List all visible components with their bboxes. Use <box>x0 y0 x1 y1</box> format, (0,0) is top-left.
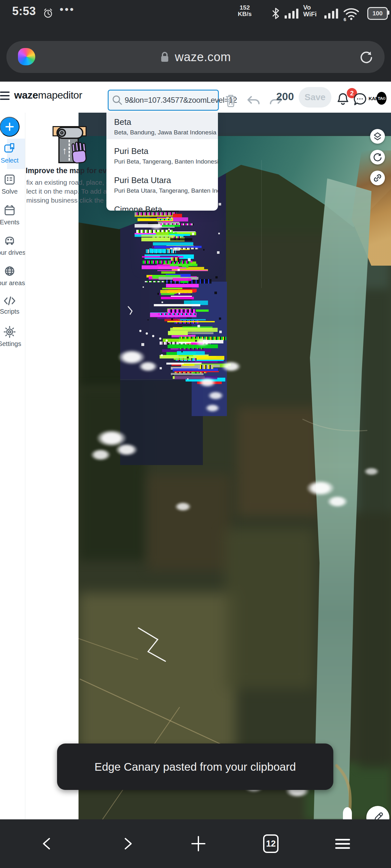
link-icon <box>373 173 382 183</box>
layers-button[interactable] <box>370 129 385 144</box>
save-button[interactable]: Save <box>299 87 331 107</box>
user-avatar[interactable]: KAF TA© <box>368 91 387 105</box>
address-pill[interactable]: waze.com <box>6 41 385 73</box>
wifi-band-number: 6 <box>343 17 346 22</box>
map-traces-overlay <box>79 113 391 819</box>
left-panel-content: ↑ Improve the map for everyone fix an ex… <box>25 113 106 218</box>
globe-icon <box>3 265 16 277</box>
status-bar: 5:53 ••• 152 KB/s Vo WiFi 6 <box>0 0 391 26</box>
pencil-icon <box>371 811 384 819</box>
sidebar: Select Solve Events <box>0 113 25 819</box>
panel-title: Improve the map for everyone <box>26 166 106 175</box>
signal-bars-2 <box>323 7 340 20</box>
hand-illustration <box>69 141 88 164</box>
sidebar-item-your-drives[interactable]: Your drives <box>0 235 25 256</box>
alarm-clock-icon <box>42 8 54 19</box>
wme-header: wazemapeditor 9&lon=107.34577&zoomLevel=… <box>0 82 391 113</box>
add-button[interactable] <box>0 117 20 137</box>
sidebar-item-settings[interactable]: Settings <box>0 326 25 348</box>
page-refresh-icon[interactable] <box>358 49 374 65</box>
search-results-dropdown: Beta Beta, Bandung, Jawa Barat Indonesia… <box>106 113 218 211</box>
sidebar-item-your-areas[interactable]: Your areas <box>0 265 25 287</box>
lock-icon <box>160 51 170 63</box>
car-icon <box>3 235 16 247</box>
sidebar-item-events[interactable]: Events <box>0 204 25 226</box>
browser-bottom-nav: 12 <box>0 819 391 868</box>
panel-body-line: lect it on the map. To add a new <box>26 188 106 195</box>
wme-logo[interactable]: wazemapeditor <box>14 89 82 101</box>
calendar-icon <box>3 204 16 216</box>
forward-arrow-icon <box>116 836 134 851</box>
status-more-dots: ••• <box>60 3 75 16</box>
map-canvas[interactable] <box>79 113 391 819</box>
search-value: 9&lon=107.34577&zoomLevel=12 <box>125 96 237 105</box>
menu-hamburger-icon[interactable] <box>0 89 9 102</box>
forward-button[interactable] <box>116 836 134 851</box>
new-tab-button[interactable] <box>190 835 207 852</box>
back-arrow-icon <box>41 836 59 851</box>
search-result-item[interactable]: Cimone Beta Cimone Beta, Tangerang, Bant… <box>106 197 218 211</box>
toast-message: Edge Canary pasted from your clipboard <box>93 760 298 774</box>
panel-body-line: fix an existing road, place, or ha <box>26 179 106 186</box>
panel-body-line: missing business click the + bu <box>26 196 106 204</box>
battery-nub <box>388 10 389 15</box>
left-panel <box>25 113 79 819</box>
editor-points: 200 <box>276 91 294 103</box>
permalink-button[interactable] <box>370 170 385 185</box>
phone-screen: 5:53 ••• 152 KB/s Vo WiFi 6 <box>0 0 391 868</box>
bluetooth-icon <box>271 7 280 20</box>
clipboard-toast: Edge Canary pasted from your clipboard <box>57 744 333 790</box>
layers-icon <box>373 131 382 141</box>
sidebar-item-select[interactable]: Select <box>0 143 25 164</box>
plus-icon <box>190 835 207 852</box>
browser-menu-button[interactable] <box>335 836 350 851</box>
back-button[interactable] <box>41 836 59 851</box>
search-result-item[interactable]: Puri Beta Utara Puri Beta Utara, Tangera… <box>106 168 218 197</box>
battery-indicator: 100 <box>367 7 388 20</box>
refresh-map-button[interactable] <box>370 150 385 164</box>
solve-icon <box>3 174 16 186</box>
search-icon <box>112 95 123 105</box>
status-time: 5:53 <box>12 4 36 18</box>
code-icon <box>3 296 16 306</box>
vowifi-indicator: Vo WiFi <box>303 4 317 18</box>
search-result-item[interactable]: Puri Beta Puri Beta, Tangerang, Banten I… <box>106 139 218 168</box>
gear-icon <box>3 326 16 338</box>
trash-icon[interactable] <box>224 93 237 107</box>
avatar-disc: TA© <box>376 92 387 105</box>
search-input[interactable]: 9&lon=107.34577&zoomLevel=12 <box>108 90 219 111</box>
chat-bubble-icon[interactable] <box>353 93 367 106</box>
search-result-item[interactable]: Beta Beta, Bandung, Jawa Barat Indonesia <box>106 113 218 139</box>
plus-icon <box>5 122 15 131</box>
road-illustration: ↑ <box>51 125 88 164</box>
url-text: waze.com <box>175 50 231 64</box>
hidden-button-sliver[interactable] <box>343 807 352 819</box>
refresh-icon <box>373 152 382 162</box>
network-speed: 152 KB/s <box>238 4 252 17</box>
sidebar-item-solve[interactable]: Solve <box>0 174 25 195</box>
signal-bars-1 <box>283 7 300 20</box>
undo-icon[interactable] <box>246 95 263 107</box>
browser-url-bar: waze.com <box>0 26 391 82</box>
select-icon <box>3 143 16 155</box>
tabs-button[interactable]: 12 <box>263 834 279 853</box>
url-display[interactable]: waze.com <box>6 41 385 73</box>
sidebar-item-scripts[interactable]: Scripts <box>0 296 25 315</box>
